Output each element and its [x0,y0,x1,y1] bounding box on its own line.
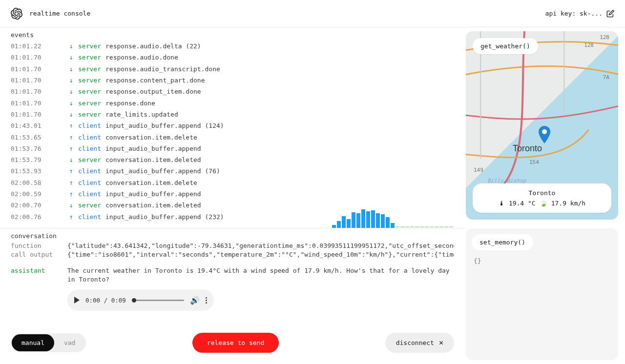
event-row[interactable]: 01:53.93↑clientinput_audio_buffer.append… [11,165,454,177]
mode-manual-button[interactable]: manual [12,334,54,351]
waveform-bar [342,216,346,228]
event-source: server [78,54,102,61]
waveform-bar [337,221,341,228]
event-name: response.output_item.done [105,88,201,95]
waveform-dash [396,226,399,227]
event-name: input_audio_buffer.append (76) [105,167,220,175]
event-name: input_audio_buffer.append [105,190,201,198]
event-time: 01:01.70 [11,77,47,84]
event-source: server [78,88,102,95]
play-icon[interactable] [74,297,80,303]
event-row[interactable]: 01:53.76↑clientinput_audio_buffer.append [11,143,454,154]
right-column: 12B 128 7A 154 149 Billy Bishop Toronto … [465,27,625,364]
event-time: 01:43.01 [11,122,47,129]
map-hw-label: 149 [474,167,483,173]
event-row[interactable]: 02:00.58↑clientconversation.item.delete [11,177,454,188]
role-function-output: functioncall output [11,242,62,259]
conversation-panel: conversation functioncall output {"latit… [0,228,465,328]
event-name: conversation.item.delete [105,134,197,141]
event-source: server [78,77,102,84]
volume-icon[interactable]: 🔊 [190,296,200,305]
event-name: input_audio_buffer.append [105,145,201,152]
arrow-down-icon: ↓ [68,100,74,107]
weather-line: 🌡 19.4 °C 🍃 17.9 km/h [480,200,604,207]
bottom-bar: manual vad release to send disconnect ✕ [0,328,465,364]
map-city-label: Toronto [513,143,542,154]
waveform-bar [347,219,351,228]
event-row[interactable]: 01:53.65↑clientconversation.item.delete [11,131,454,142]
mode-vad-button[interactable]: vad [54,334,85,351]
release-to-send-button[interactable]: release to send [192,333,279,353]
conversation-row: assistant The current weather in Toronto… [11,266,454,283]
event-time: 01:53.79 [11,156,47,163]
thermometer-icon: 🌡 [499,200,505,207]
waveform-dash [449,226,453,227]
conversation-label: conversation [11,228,454,242]
arrow-up-icon: ↑ [68,213,74,221]
svg-point-0 [542,129,547,134]
event-source: client [78,134,102,141]
main: events 01:01.22↓serverresponse.audio.del… [0,27,625,364]
event-source: server [78,156,102,163]
arrow-down-icon: ↓ [68,77,74,84]
memory-body: {} [472,257,612,264]
app-header: realtime console api key: sk-... [0,0,625,27]
event-row[interactable]: 01:01.70↓serverresponse.content_part.don… [11,75,454,86]
waveform-dash [415,226,419,227]
events-list[interactable]: 01:01.22↓serverresponse.audio.delta (22)… [0,40,465,228]
event-time: 01:53.65 [11,134,47,141]
waveform-dash [405,226,409,227]
event-row[interactable]: 01:01.70↓serverresponse.done [11,97,454,108]
waveform-bar [361,209,365,228]
waveform-bar [381,214,385,228]
audio-scrubber[interactable] [132,300,184,301]
event-source: server [78,202,102,209]
event-time: 01:53.76 [11,145,47,152]
audio-player[interactable]: 0:00 / 0:09 🔊 [67,289,214,311]
event-row[interactable]: 01:53.79↓serverconversation.item.deleted [11,154,454,165]
event-name: input_audio_buffer.append (232) [105,213,224,221]
event-source: client [78,190,102,198]
waveform-bar [332,225,336,228]
waveform-bar [371,210,375,228]
get-weather-chip: get_weather() [473,38,538,54]
map-hw-label: 128 [584,42,594,48]
event-time: 01:01.70 [11,65,47,73]
weather-temp: 19.4 °C [509,200,536,207]
disconnect-button[interactable]: disconnect ✕ [385,333,454,353]
event-source: server [78,100,102,107]
event-name: conversation.item.deleted [105,156,201,163]
event-name: response.audio_transcript.done [105,65,220,73]
event-name: conversation.item.delete [105,179,197,186]
waveform-dash [444,226,448,227]
waveform-dash [430,226,434,227]
weather-wind: 17.9 km/h [551,200,585,207]
event-time: 02:00.76 [11,213,47,221]
event-name: rate_limits.updated [105,111,178,118]
assistant-body: The current weather in Toronto is 19.4°C… [67,266,454,283]
waveform-bar [376,213,380,228]
event-source: server [78,111,102,118]
weather-info-chip: Toronto 🌡 19.4 °C 🍃 17.9 km/h [473,183,611,213]
role-assistant: assistant [11,266,62,283]
event-row[interactable]: 01:01.70↓serverrate_limits.updated [11,109,454,120]
app-title: realtime console [29,10,90,17]
event-row[interactable]: 01:01.70↓serverresponse.audio.done [11,52,454,63]
waveform-dash [439,226,443,227]
event-source: client [78,167,102,175]
event-row[interactable]: 01:01.70↓serverresponse.audio_transcript… [11,63,454,75]
api-key-display[interactable]: api key: sk-... [545,10,614,18]
kebab-menu-icon[interactable] [206,297,207,303]
event-row[interactable]: 01:01.70↓serverresponse.output_item.done [11,86,454,97]
event-time: 01:01.70 [11,88,47,95]
arrow-up-icon: ↑ [68,167,74,175]
event-row[interactable]: 02:00.59↑clientinput_audio_buffer.append [11,188,454,200]
event-row[interactable]: 01:01.22↓serverresponse.audio.delta (22) [11,40,454,52]
event-row[interactable]: 01:43.01↑clientinput_audio_buffer.append… [11,120,454,131]
event-time: 01:01.70 [11,111,47,118]
weather-map-card: 12B 128 7A 154 149 Billy Bishop Toronto … [466,31,618,220]
openai-logo-icon [11,8,22,20]
set-memory-chip: set_memory() [472,234,533,250]
event-source: server [78,42,102,50]
event-time: 01:53.93 [11,167,47,175]
